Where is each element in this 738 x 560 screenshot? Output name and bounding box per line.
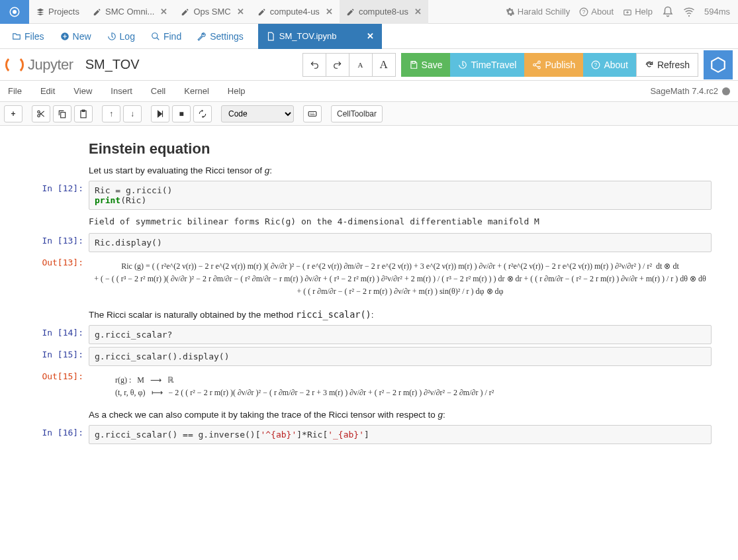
cut-button[interactable] [32, 105, 50, 122]
project-tab-3[interactable]: compute8-us ✕ [340, 0, 428, 24]
output-row: Out[13]: Ric (g) = ( ( r²e^(2 ν(r)) − 2 … [0, 255, 738, 304]
cell-toolbar-button[interactable]: CellToolbar [331, 105, 383, 122]
close-icon[interactable]: ✕ [160, 7, 167, 17]
code-input[interactable]: Ric = g.ricci() print(Ric) [89, 181, 712, 210]
cubes-icon [36, 7, 45, 17]
cocalc-logo[interactable] [0, 0, 29, 24]
markdown-cell[interactable]: Einstein equation Let us start by evalua… [0, 140, 738, 175]
svg-marker-14 [712, 58, 725, 72]
markdown-cell[interactable]: As a check we can also compute it by tak… [0, 410, 738, 420]
input-prompt: In [14]: [0, 325, 89, 344]
restart-button[interactable] [193, 105, 212, 122]
jupyter-toolbar: + ↑ ↓ ■ Code CellToolbar [0, 102, 738, 126]
output-prompt: Out[13]: [0, 255, 89, 304]
wifi-icon[interactable] [683, 6, 695, 18]
math-output: Ric (g) = ( ( r²e^(2 ν(r)) − 2 r e^(2 ν(… [89, 255, 712, 304]
interrupt-button[interactable]: ■ [172, 105, 191, 122]
project-tab-label: compute8-us [359, 7, 408, 17]
menu-file[interactable]: File [8, 86, 22, 96]
files-button[interactable]: Files [5, 28, 51, 44]
menu-view[interactable]: View [73, 86, 92, 96]
project-tab-1[interactable]: Ops SMC ✕ [174, 0, 250, 24]
font-increase-button[interactable]: A [372, 53, 396, 77]
notebook-name[interactable]: SM_TOV [85, 57, 140, 72]
move-down-button[interactable]: ↓ [123, 105, 142, 122]
menu-edit[interactable]: Edit [40, 86, 55, 96]
timetravel-button[interactable]: TimeTravel [450, 53, 524, 77]
cell-type-select[interactable]: Code [221, 105, 294, 122]
run-button[interactable] [151, 105, 169, 122]
title-actions: A A Save TimeTravel Publish ?About Refre… [303, 50, 733, 79]
code-cell[interactable]: In [16]: g.ricci_scalar() == g.inverse()… [0, 425, 738, 444]
close-icon[interactable]: ✕ [237, 7, 244, 17]
close-icon[interactable]: ✕ [326, 7, 333, 17]
question-icon: ? [591, 60, 600, 70]
svg-rect-17 [61, 112, 66, 117]
svg-point-10 [533, 64, 536, 66]
find-button[interactable]: Find [144, 28, 188, 44]
code-cell[interactable]: In [12]: Ric = g.ricci() print(Ric) [0, 181, 738, 210]
gear-icon [506, 7, 515, 17]
cocalc-hex-logo[interactable] [704, 50, 733, 79]
notebook-area: Einstein equation Let us start by evalua… [0, 126, 738, 473]
jupyter-logo[interactable]: Jupyter [5, 56, 73, 74]
insert-cell-button[interactable]: + [4, 105, 23, 122]
about-button[interactable]: ?About [583, 53, 636, 77]
publish-button[interactable]: Publish [524, 53, 583, 77]
font-decrease-button[interactable]: A [349, 53, 373, 77]
project-tab-label: compute4-us [270, 7, 320, 17]
input-prompt: In [16]: [0, 425, 89, 444]
file-icon [266, 32, 275, 41]
code-cell[interactable]: In [14]: g.ricci_scalar? [0, 325, 738, 344]
svg-text:?: ? [582, 9, 586, 15]
code-input[interactable]: g.ricci_scalar().display() [89, 347, 712, 366]
bell-icon[interactable] [662, 6, 674, 18]
edit-icon [257, 7, 267, 17]
input-prompt: In [13]: [0, 233, 89, 252]
history-icon [107, 32, 116, 41]
log-button[interactable]: Log [101, 28, 142, 44]
about-link[interactable]: ? About [579, 7, 614, 17]
user-menu[interactable]: Harald Schilly [506, 7, 570, 17]
projects-tab[interactable]: Projects [29, 0, 86, 24]
latency-label: 594ms [704, 7, 730, 17]
paste-button[interactable] [74, 105, 93, 122]
copy-button[interactable] [53, 105, 71, 122]
menu-insert[interactable]: Insert [111, 86, 132, 96]
repeat-icon [198, 109, 207, 118]
code-cell[interactable]: In [13]: Ric.display() [0, 233, 738, 252]
edit-icon [93, 7, 102, 17]
close-icon[interactable]: ✕ [367, 31, 374, 41]
code-cell[interactable]: In [15]: g.ricci_scalar().display() [0, 347, 738, 366]
code-input[interactable]: g.ricci_scalar() == g.inverse()['^{ab}']… [89, 425, 712, 444]
help-link[interactable]: Help [623, 7, 653, 17]
redo-icon [333, 60, 342, 70]
refresh-button[interactable]: Refresh [636, 53, 698, 77]
kernel-indicator: SageMath 7.4.rc2 [650, 86, 730, 96]
project-tab-2[interactable]: compute4-us ✕ [251, 0, 340, 24]
open-file-tab[interactable]: SM_TOV.ipynb ✕ [258, 24, 383, 49]
markdown-cell[interactable]: The Ricci scalar is naturally obtained b… [0, 309, 738, 320]
svg-rect-20 [308, 111, 316, 116]
svg-point-9 [538, 61, 541, 64]
command-palette-button[interactable] [303, 105, 322, 122]
user-name: Harald Schilly [518, 7, 570, 17]
projects-label: Projects [48, 7, 79, 17]
code-input[interactable]: g.ricci_scalar? [89, 325, 712, 344]
save-button[interactable]: Save [401, 53, 451, 77]
new-button[interactable]: New [54, 28, 98, 44]
project-tab-0[interactable]: SMC Omni... ✕ [86, 0, 174, 24]
redo-button[interactable] [326, 53, 349, 77]
menu-kernel[interactable]: Kernel [184, 86, 209, 96]
svg-rect-8 [412, 61, 415, 63]
medkit-icon [623, 7, 632, 17]
heading: Einstein equation [89, 140, 712, 158]
undo-button[interactable] [302, 53, 326, 77]
code-input[interactable]: Ric.display() [89, 233, 712, 252]
move-up-button[interactable]: ↑ [102, 105, 120, 122]
paragraph: The Ricci scalar is naturally obtained b… [89, 309, 712, 320]
close-icon[interactable]: ✕ [414, 7, 422, 17]
menu-cell[interactable]: Cell [151, 86, 165, 96]
menu-help[interactable]: Help [228, 86, 246, 96]
settings-button[interactable]: Settings [191, 28, 250, 44]
